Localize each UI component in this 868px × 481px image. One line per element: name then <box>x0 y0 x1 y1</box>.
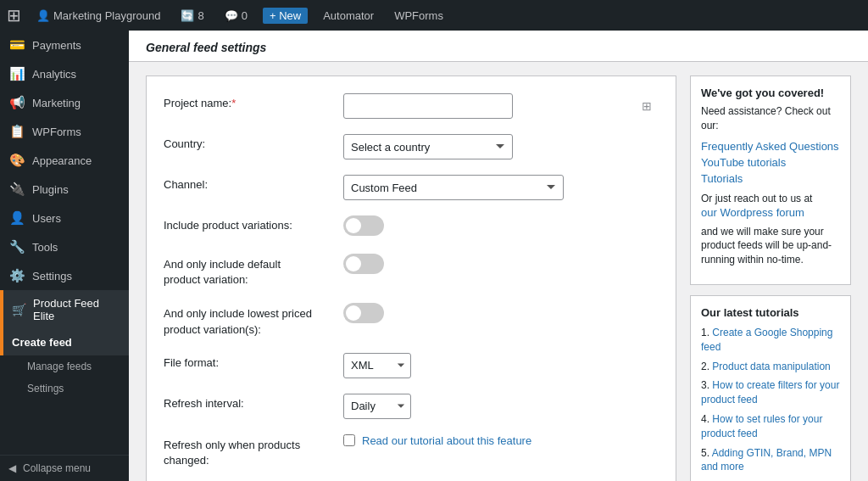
new-button[interactable]: + New <box>263 8 308 24</box>
refresh-interval-label: Refresh interval: <box>164 394 333 410</box>
page-header: General feed settings <box>129 31 868 62</box>
default-variation-toggle[interactable] <box>343 254 384 274</box>
toggle-slider <box>343 215 384 236</box>
tutorial-link-1[interactable]: Create a Google Shopping feed <box>701 327 832 353</box>
default-variation-label: And only include defaultproduct variatio… <box>164 254 333 288</box>
comments-item[interactable]: 💬 0 <box>220 9 253 22</box>
lowest-priced-row: And only include lowest pricedproduct va… <box>164 303 659 337</box>
sidebar-item-plugins[interactable]: 🔌 Plugins <box>0 175 129 204</box>
settings-icon: ⚙️ <box>8 268 25 283</box>
channel-select[interactable]: Custom Feed Google Shopping Facebook Cat… <box>343 175 564 200</box>
plugins-icon: 🔌 <box>8 182 25 197</box>
tutorial-link-5[interactable]: Adding GTIN, Brand, MPN and more <box>701 447 832 473</box>
tutorial-link-3[interactable]: How to create filters for your product f… <box>701 379 839 405</box>
form-panel: Project name:* ⊞ Country: Select a count… <box>146 76 676 481</box>
forum-link[interactable]: our Wordpress forum <box>701 205 840 221</box>
sidebar: 💳 Payments 📊 Analytics 📢 Marketing 📋 WPF… <box>0 31 129 481</box>
lowest-priced-toggle[interactable] <box>343 303 384 323</box>
default-toggle-slider <box>343 254 384 274</box>
sidebar-item-users[interactable]: 👤 Users <box>0 204 129 232</box>
tutorial-item-2: 2. Product data manipulation <box>701 360 840 374</box>
sidebar-item-settings[interactable]: ⚙️ Settings <box>0 261 129 290</box>
country-label: Country: <box>164 134 333 150</box>
file-format-row: File format: XML CSV TXT <box>164 353 659 378</box>
refresh-on-change-checkbox[interactable] <box>343 434 355 446</box>
sidebar-item-analytics[interactable]: 📊 Analytics <box>0 59 129 88</box>
refresh-on-change-row: Refresh only when products changed: Read… <box>164 434 659 468</box>
youtube-link[interactable]: YouTube tutorials <box>701 156 840 169</box>
sidebar-item-wpforms[interactable]: 📋 WPForms <box>0 117 129 146</box>
project-name-input[interactable] <box>343 93 513 119</box>
tutorial-link-4[interactable]: How to set rules for your product feed <box>701 413 822 439</box>
tools-icon: 🔧 <box>8 239 25 254</box>
automator-item[interactable]: Automator <box>318 9 379 22</box>
refresh-interval-select[interactable]: Daily Hourly Weekly Monthly <box>343 394 411 419</box>
payments-icon: 💳 <box>8 37 25 53</box>
project-name-control: ⊞ <box>343 93 659 119</box>
refresh-on-change-control: Read our tutorial about this feature <box>343 434 659 447</box>
collapse-menu-button[interactable]: ◀ Collapse menu <box>0 455 129 481</box>
user-icon: 👤 <box>36 9 50 22</box>
help-panel: We've got you covered! Need assistance? … <box>690 76 851 481</box>
sidebar-item-appearance[interactable]: 🎨 Appearance <box>0 146 129 175</box>
channel-control: Custom Feed Google Shopping Facebook Cat… <box>343 175 659 200</box>
country-select[interactable]: Select a country United States United Ki… <box>343 134 513 159</box>
default-variation-row: And only include defaultproduct variatio… <box>164 254 659 288</box>
lowest-priced-control <box>343 303 659 326</box>
sidebar-item-create-feed[interactable]: Create feed <box>0 329 129 355</box>
updates-item[interactable]: 🔄 8 <box>175 9 209 22</box>
tutorials-box-title: Our latest tutorials <box>701 306 840 319</box>
country-row: Country: Select a country United States … <box>164 134 659 159</box>
default-variation-control <box>343 254 659 277</box>
lowest-toggle-slider <box>343 303 384 323</box>
analytics-icon: 📊 <box>8 66 25 81</box>
input-edit-icon: ⊞ <box>642 99 652 113</box>
include-variations-row: Include product variations: <box>164 215 659 238</box>
refresh-on-change-label: Refresh only when products changed: <box>164 434 333 468</box>
include-variations-label: Include product variations: <box>164 215 333 232</box>
users-icon: 👤 <box>8 210 25 226</box>
include-variations-toggle[interactable] <box>343 215 384 236</box>
wpforms-item[interactable]: WPForms <box>389 9 448 22</box>
refresh-interval-row: Refresh interval: Daily Hourly Weekly Mo… <box>164 394 659 419</box>
tutorial-item-1: 1. Create a Google Shopping feed <box>701 326 840 355</box>
sidebar-item-tools[interactable]: 🔧 Tools <box>0 232 129 261</box>
tutorial-link-2[interactable]: Product data manipulation <box>712 361 830 372</box>
project-name-row: Project name:* ⊞ <box>164 93 659 119</box>
product-feed-icon: 🛒 <box>12 303 26 316</box>
sidebar-item-product-feed-elite[interactable]: 🛒 Product Feed Elite <box>0 290 129 329</box>
marketing-icon: 📢 <box>8 95 25 110</box>
updates-icon: 🔄 <box>181 9 194 22</box>
help-forum-text: Or just reach out to us at our Wordpress… <box>701 192 840 267</box>
appearance-icon: 🎨 <box>8 153 25 168</box>
help-box: We've got you covered! Need assistance? … <box>690 76 851 285</box>
admin-bar: ⊞ 👤 Marketing Playground 🔄 8 💬 0 + New A… <box>0 0 868 31</box>
lowest-priced-label: And only include lowest pricedproduct va… <box>164 303 333 337</box>
wpforms-sidebar-icon: 📋 <box>8 124 25 139</box>
tutorials-box: Our latest tutorials 1. Create a Google … <box>690 295 851 481</box>
tutorial-item-4: 4. How to set rules for your product fee… <box>701 412 840 441</box>
channel-row: Channel: Custom Feed Google Shopping Fac… <box>164 175 659 200</box>
wp-logo-icon[interactable]: ⊞ <box>7 5 21 25</box>
channel-label: Channel: <box>164 175 333 191</box>
sidebar-item-payments[interactable]: 💳 Payments <box>0 31 129 59</box>
comments-icon: 💬 <box>225 9 238 22</box>
tutorials-link[interactable]: Tutorials <box>701 172 840 185</box>
sidebar-subitem-manage-feeds[interactable]: Manage feeds <box>0 355 129 378</box>
file-format-select[interactable]: XML CSV TXT <box>343 353 411 378</box>
faq-link[interactable]: Frequently Asked Questions <box>701 140 840 153</box>
tutorial-item-5: 5. Adding GTIN, Brand, MPN and more <box>701 446 840 475</box>
page-title: General feed settings <box>146 41 851 54</box>
project-name-label: Project name:* <box>164 93 333 109</box>
sidebar-subitem-settings[interactable]: Settings <box>0 378 129 400</box>
refresh-on-change-tutorial-link[interactable]: Read our tutorial about this feature <box>362 434 531 447</box>
collapse-icon: ◀ <box>8 462 16 474</box>
tutorial-item-3: 3. How to create filters for your produc… <box>701 378 840 407</box>
help-box-subtitle: Need assistance? Check out our: <box>701 104 840 133</box>
help-box-title: We've got you covered! <box>701 87 840 99</box>
sidebar-item-marketing[interactable]: 📢 Marketing <box>0 88 129 117</box>
file-format-control: XML CSV TXT <box>343 353 659 378</box>
main-content: General feed settings Project name:* ⊞ <box>129 31 868 481</box>
file-format-label: File format: <box>164 353 333 369</box>
site-name[interactable]: 👤 Marketing Playground <box>31 9 165 22</box>
